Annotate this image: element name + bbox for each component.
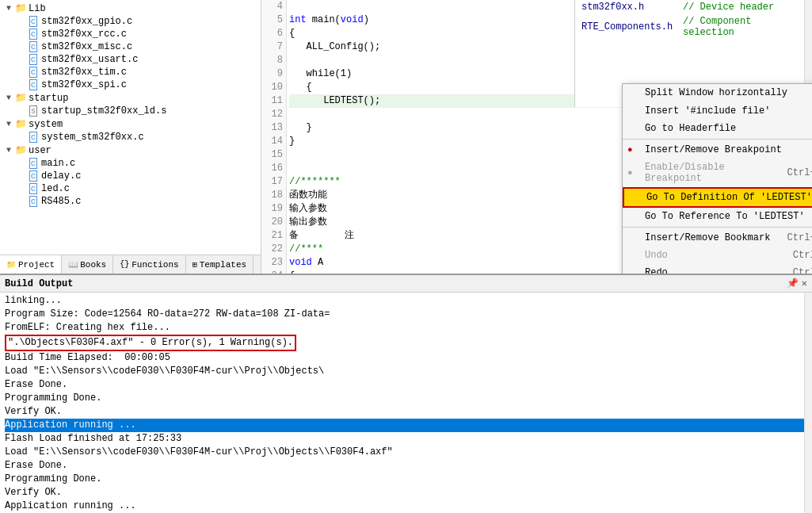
file-icon-misc: c [27,41,40,52]
ctx-bullet-insert-breakpoint: ● [627,145,633,155]
ctx-item-go-to-reference[interactable]: Go To Reference To 'LEDTEST' [623,208,812,225]
build-line-2: FromELF: Creating hex file... [5,321,807,335]
tree-item-spi[interactable]: cstm32f0xx_spi.c [0,78,261,91]
ctx-item-insert-breakpoint[interactable]: ●Insert/Remove BreakpointF9 [623,141,812,159]
tree-label-startup_file: startup_stm32f0xx_ld.s [41,105,166,117]
tree-item-user[interactable]: ▼📁user [0,144,261,157]
ctx-item-go-to-header[interactable]: Go to Headerfile [623,120,812,137]
file-icon-user: 📁 [14,144,27,156]
sidebar-tab-project[interactable]: 📁 Project [0,255,62,274]
tree-item-tim[interactable]: cstm32f0xx_tim.c [0,66,261,78]
build-pin-icon[interactable]: 📌 [787,278,799,289]
tree-label-lib: Lib [29,3,46,14]
build-line-8: Verify OK. [5,405,807,419]
build-close-icon[interactable]: ✕ [802,278,807,289]
file-icon-system: 📁 [14,118,27,130]
ctx-label-go-to-reference: Go To Reference To 'LEDTEST' [645,211,805,222]
line-num-24: 24 [261,270,283,274]
ctx-label-go-to-definition: Go To Definition Of 'LEDTEST' [646,192,812,203]
tree-item-rcc[interactable]: cstm32f0xx_rcc.c [0,28,261,40]
line-num-19: 19 [261,202,283,216]
build-line-13: Programming Done. [5,473,807,486]
line-num-4: 4 [261,0,283,13]
build-body[interactable]: linking...Program Size: Code=12564 RO-da… [0,293,812,513]
ctx-item-go-to-definition[interactable]: Go To Definition Of 'LEDTEST' [623,187,812,208]
ctx-shortcut-enable-breakpoint: Ctrl+F9 [772,167,812,178]
expand-icon-startup[interactable]: ▼ [3,94,14,102]
tree-item-system[interactable]: ▼📁system [0,117,261,131]
line-num-22: 22 [261,243,283,256]
ctx-label-split-window: Split Window horizontally [645,87,787,98]
build-line-5: Load "E:\\Sensors\\codeF030\\F030F4M-cur… [5,365,807,378]
tree-item-misc[interactable]: cstm32f0xx_misc.c [0,40,261,53]
file-icon-rs485: c [27,196,40,207]
tree-item-lib[interactable]: ▼📁Lib [0,2,261,15]
build-output-header: Build Output 📌 ✕ [0,275,812,293]
build-line-0: linking... [5,294,807,308]
sidebar-tab-books[interactable]: 📖 Books [62,255,113,274]
build-line-3: ".\Objects\F030F4.axf" - 0 Error(s), 1 W… [5,335,807,351]
build-header-icons: 📌 ✕ [787,278,807,289]
build-line-1: Program Size: Code=12564 RO-data=272 RW-… [5,308,807,321]
right-panel-filename: stm32f0xx.h [581,2,677,13]
sidebar-tab-functions[interactable]: {} Functions [113,255,185,274]
tree-label-delay: delay.c [41,170,81,182]
ctx-item-enable-breakpoint[interactable]: ●Enable/Disable BreakpointCtrl+F9 [623,159,812,187]
ctx-label-redo: Redo [645,267,668,274]
sidebar-tab-templates[interactable]: ⊞ Templates [186,255,254,274]
tree-label-led: led.c [41,183,70,194]
line-num-5: 5 [261,13,283,27]
expand-icon-lib[interactable]: ▼ [3,4,14,13]
tree-item-led[interactable]: cled.c [0,182,261,195]
build-line-6: Erase Done. [5,378,807,392]
ctx-item-redo[interactable]: RedoCtrl+Y [623,264,812,274]
file-icon-led: c [27,183,40,194]
ctx-item-insert-bookmark[interactable]: Insert/Remove BookmarkCtrl+F2 [623,229,812,247]
tree-label-usart: stm32f0xx_usart.c [41,54,138,65]
ctx-item-split-window[interactable]: Split Window horizontally [623,84,812,101]
build-line-4: Build Time Elapsed: 00:00:05 [5,351,807,365]
ctx-item-insert-include[interactable]: Insert '#include file'▶ [623,101,812,120]
expand-icon-system[interactable]: ▼ [3,120,14,128]
ctx-shortcut-undo: Ctrl+Z [777,250,812,261]
build-line-14: Verify OK. [5,486,807,500]
expand-icon-user[interactable]: ▼ [3,146,14,155]
right-panel-row: RTE_Components.h// Component selection [575,14,804,40]
build-scrollbar[interactable] [804,293,812,513]
ctx-label-insert-breakpoint: Insert/Remove Breakpoint [645,144,782,155]
tree-item-startup[interactable]: ▼📁startup [0,91,261,105]
line-num-9: 9 [261,67,283,81]
tree-label-gpio: stm32f0xx_gpio.c [41,16,132,27]
tree-label-user: user [29,145,51,156]
line-num-8: 8 [261,54,283,67]
tree-item-system_file[interactable]: csystem_stm32f0xx.c [0,131,261,144]
right-panel-comment: // Device header [683,2,774,13]
tree-label-rs485: RS485.c [41,196,81,207]
line-num-17: 17 [261,175,283,189]
ctx-shortcut-insert-bookmark: Ctrl+F2 [772,232,812,243]
tree-item-gpio[interactable]: cstm32f0xx_gpio.c [0,15,261,28]
context-menu: Split Window horizontallyInsert '#includ… [622,83,812,274]
tree-item-main[interactable]: cmain.c [0,157,261,170]
tree-item-startup_file[interactable]: sstartup_stm32f0xx_ld.s [0,105,261,117]
file-icon-system_file: c [27,132,40,143]
tree-item-usart[interactable]: cstm32f0xx_usart.c [0,53,261,66]
ctx-label-enable-breakpoint: Enable/Disable Breakpoint [645,162,772,184]
ctx-item-undo[interactable]: UndoCtrl+Z [623,247,812,264]
file-icon-usart: c [27,54,40,65]
right-panel-comment: // Component selection [683,16,798,38]
ctx-label-insert-include: Insert '#include file' [645,105,770,117]
file-icon-delay: c [27,170,40,182]
tree-item-delay[interactable]: cdelay.c [0,170,261,182]
ctx-label-go-to-header: Go to Headerfile [645,123,736,134]
file-icon-rcc: c [27,29,40,40]
line-num-10: 10 [261,81,283,94]
tree-label-system_file: system_stm32f0xx.c [41,132,144,143]
line-num-20: 20 [261,216,283,229]
build-line-11: Load "E:\\Sensors\\codeF030\\F030F4M-cur… [5,446,807,459]
tree-label-rcc: stm32f0xx_rcc.c [41,29,127,40]
sidebar-tree[interactable]: ▼📁Libcstm32f0xx_gpio.ccstm32f0xx_rcc.ccs… [0,0,261,255]
file-icon-spi: c [27,79,40,90]
line-num-7: 7 [261,40,283,54]
tree-item-rs485[interactable]: cRS485.c [0,195,261,208]
